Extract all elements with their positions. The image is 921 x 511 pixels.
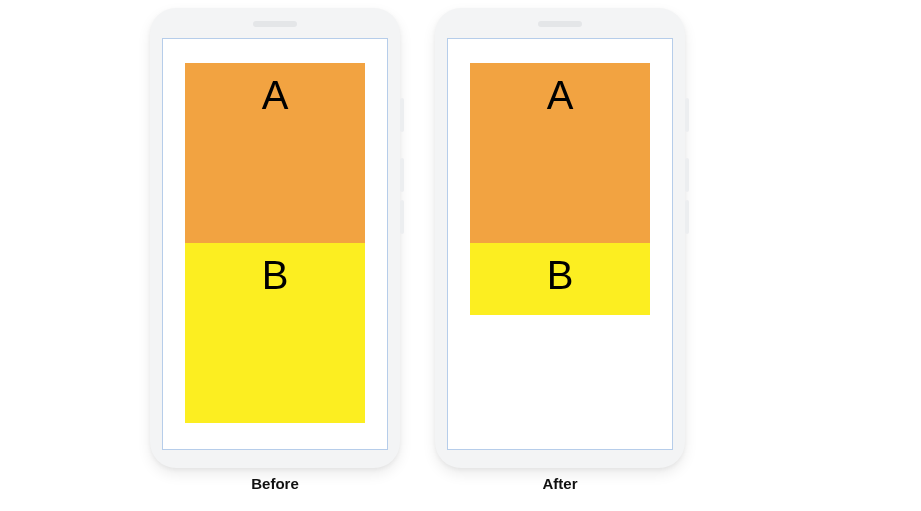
phone-speaker <box>253 21 297 27</box>
phone-power-button <box>685 98 689 132</box>
phone-volume-up <box>685 158 689 192</box>
caption-before: Before <box>150 475 400 492</box>
phone-mockup-after: A B <box>435 8 685 468</box>
phone-mockup-before: A B <box>150 8 400 468</box>
block-b-before: B <box>185 243 365 423</box>
phone-speaker <box>538 21 582 27</box>
phone-volume-down <box>685 200 689 234</box>
phone-screen-before: A B <box>162 38 388 450</box>
phone-screen-after: A B <box>447 38 673 450</box>
diagram-stage: A B Before A B After <box>0 0 921 511</box>
block-a-after: A <box>470 63 650 243</box>
block-a-before: A <box>185 63 365 243</box>
block-b-after: B <box>470 243 650 315</box>
phone-volume-up <box>400 158 404 192</box>
caption-after: After <box>435 475 685 492</box>
phone-power-button <box>400 98 404 132</box>
phone-volume-down <box>400 200 404 234</box>
